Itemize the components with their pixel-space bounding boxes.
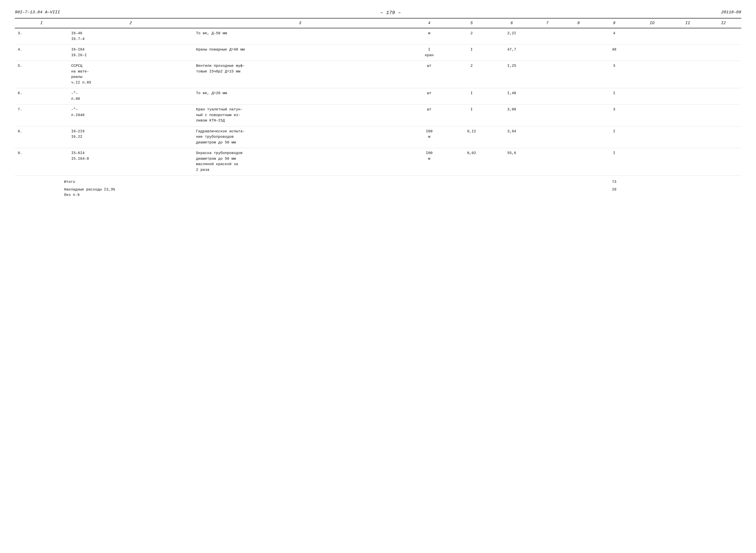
table-row: 9.I5–6I4 I5.I64–8Окраска трубопроводов д…	[15, 148, 741, 175]
table-cell: 3.	[15, 28, 68, 45]
table-cell	[563, 104, 594, 127]
table-cell	[705, 61, 741, 88]
table-cell	[532, 61, 563, 88]
table-cell	[634, 28, 670, 45]
table-cell: 3,94	[491, 126, 532, 148]
table-cell	[705, 126, 741, 148]
table-cell	[532, 88, 563, 104]
col-header-2: 2	[68, 18, 193, 28]
col-header-5: 5	[452, 18, 492, 28]
table-row: 8.I6–2I9 I6.22Гидравлическое испыта- ние…	[15, 126, 741, 148]
table-row: 3.I6–46 I6.7–4То же, Д–50 ммм22,2I4	[15, 28, 741, 45]
table-cell	[532, 45, 563, 61]
table-cell	[705, 45, 741, 61]
table-cell: 47,7	[491, 45, 532, 61]
table-cell: I,48	[491, 88, 532, 104]
table-row: 6.–"– п.86То же, Д=20 ммштII,48I	[15, 88, 741, 104]
table-cell	[670, 104, 705, 127]
table-cell: 4	[594, 28, 634, 45]
col-header-10: IO	[634, 18, 670, 28]
table-cell: Гидравлическое испыта- ние трубопроводов…	[193, 126, 407, 148]
table-cell	[563, 61, 594, 88]
table-cell	[634, 148, 670, 175]
table-cell: 55,6	[491, 148, 532, 175]
table-cell: I	[452, 104, 492, 127]
table-cell: I,25	[491, 61, 532, 88]
table-cell	[705, 104, 741, 127]
table-cell: Окраска трубопроводов диаметром до 50 мм…	[193, 148, 407, 175]
table-cell	[532, 28, 563, 45]
table-cell: I00 м	[407, 148, 452, 175]
col-header-8: 8	[563, 18, 594, 28]
table-cell	[670, 148, 705, 175]
empty-cell	[634, 186, 670, 202]
table-cell: I6–46 I6.7–4	[68, 28, 193, 45]
table-cell: 3,08	[491, 104, 532, 127]
col-header-12: I2	[705, 18, 741, 28]
table-cell: ССРСЦ на мате- риалы ч.II п.85	[68, 61, 193, 88]
table-cell: Кран туалетный латун- ный с поворотным и…	[193, 104, 407, 127]
table-cell	[563, 45, 594, 61]
col-header-6: 6	[491, 18, 532, 28]
table-cell	[705, 28, 741, 45]
table-cell	[634, 104, 670, 127]
table-cell	[532, 104, 563, 127]
header-center: – 179 –	[380, 10, 401, 15]
col-header-11: II	[670, 18, 705, 28]
itogo-row: Итого73	[15, 175, 741, 186]
table-cell: I6–2I9 I6.22	[68, 126, 193, 148]
table-cell	[705, 88, 741, 104]
table-cell: шт	[407, 61, 452, 88]
col-header-9: 9	[594, 18, 634, 28]
table-cell: 0,I2	[452, 126, 492, 148]
table-cell	[670, 88, 705, 104]
empty-cell	[705, 186, 741, 202]
table-cell: 9.	[15, 148, 68, 175]
col-header-1: I	[15, 18, 68, 28]
col-header-7: 7	[532, 18, 563, 28]
table-cell	[670, 45, 705, 61]
table-cell: шт	[407, 104, 452, 127]
table-cell: Вентили проходные муф- товые I5ч8р2 Д=15…	[193, 61, 407, 88]
table-cell: 48	[594, 45, 634, 61]
empty-cell	[705, 175, 741, 186]
itogo-value: 73	[594, 175, 634, 186]
table-cell: 8.	[15, 126, 68, 148]
empty-cell	[670, 186, 705, 202]
table-cell: –"– п.I048	[68, 104, 193, 127]
table-cell: I5–6I4 I5.I64–8	[68, 148, 193, 175]
table-cell: 2	[452, 61, 492, 88]
table-cell	[563, 126, 594, 148]
table-cell: 3	[594, 61, 634, 88]
empty-cell	[634, 175, 670, 186]
table-cell: м	[407, 28, 452, 45]
table-cell	[670, 28, 705, 45]
table-cell	[634, 61, 670, 88]
table-row: 7.–"– п.I048Кран туалетный латун- ный с …	[15, 104, 741, 127]
table-cell	[634, 88, 670, 104]
page-header: 90I–7–13.84 A–VIII – 179 – 20118–09	[15, 10, 741, 15]
table-cell: Краны пожарные Д=40 мм	[193, 45, 407, 61]
table-cell	[670, 61, 705, 88]
nakl-row: Накладные расходы I3,3% без п.9I0	[15, 186, 741, 202]
table-cell: шт	[407, 88, 452, 104]
table-row: 5.ССРСЦ на мате- риалы ч.II п.85Вентили …	[15, 61, 741, 88]
table-cell: 7.	[15, 104, 68, 127]
itogo-label: Итого	[15, 175, 594, 186]
table-cell	[532, 148, 563, 175]
table-cell: То же, Д–50 мм	[193, 28, 407, 45]
table-cell: I кран	[407, 45, 452, 61]
table-cell: I	[594, 88, 634, 104]
col-header-3: 3	[193, 18, 407, 28]
table-cell: –"– п.86	[68, 88, 193, 104]
empty-cell	[670, 175, 705, 186]
table-cell: То же, Д=20 мм	[193, 88, 407, 104]
table-cell: I	[594, 148, 634, 175]
table-cell	[634, 126, 670, 148]
table-cell: 0,02	[452, 148, 492, 175]
table-cell	[634, 45, 670, 61]
table-cell	[705, 148, 741, 175]
table-cell: I00 м	[407, 126, 452, 148]
table-row: 4.I6–I84 I6.I6–IКраны пожарные Д=40 ммI …	[15, 45, 741, 61]
table-cell: 5.	[15, 61, 68, 88]
